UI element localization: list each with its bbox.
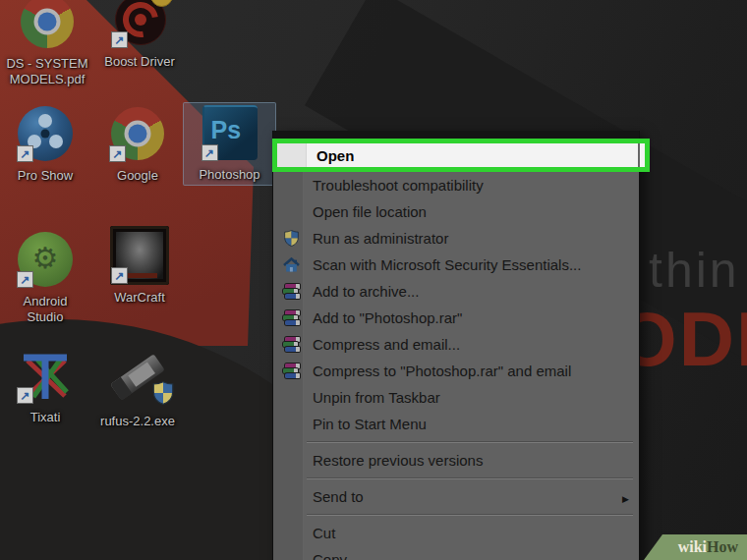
desktop-icon-tixati[interactable]: Tixati: [0, 346, 90, 427]
wikihow-wiki-text: wiki: [678, 538, 707, 556]
icon-label: Android Studio: [24, 294, 68, 326]
ps-glyph: Ps: [211, 116, 242, 144]
menu-item-label: Restore previous versions: [313, 452, 483, 469]
menu-item-open-file-location[interactable]: Open file location: [273, 198, 639, 225]
menu-item-label: Troubleshoot compatibility: [313, 177, 484, 194]
shortcut-arrow-icon: [17, 145, 33, 162]
menu-item-add-to-photoshop-rar[interactable]: Add to "Photoshop.rar": [273, 305, 639, 331]
wikihow-how-text: How: [707, 538, 738, 556]
shortcut-arrow-icon: [111, 31, 128, 48]
menu-item-open-label: Open: [316, 147, 354, 164]
shortcut-arrow-icon: [17, 387, 33, 404]
menu-item-troubleshoot-compatibility[interactable]: Troubleshoot compatibility: [273, 172, 639, 198]
menu-item-label: Unpin from Taskbar: [313, 389, 440, 406]
menu-item-send-to[interactable]: Send to: [273, 483, 639, 510]
menu-item-compress-to-photoshop-rar-and-email[interactable]: Compress to "Photoshop.rar" and email: [273, 358, 639, 384]
chrome-icon: [110, 106, 165, 161]
menu-item-cut[interactable]: Cut: [273, 520, 639, 546]
winrar-books-icon: [283, 310, 300, 326]
desktop-icon-rufus[interactable]: rufus-2.2.exe: [83, 346, 193, 431]
menu-item-label: Compress to "Photoshop.rar" and email: [313, 363, 571, 379]
wallpaper-text-thin: thin: [649, 242, 740, 299]
android-studio-icon: [18, 232, 73, 287]
icon-label: DS - SYSTEM MODELS.pdf: [6, 56, 87, 88]
desktop-icon-warcraft[interactable]: WarCraft: [94, 226, 185, 308]
winrar-books-icon: [283, 284, 300, 300]
menu-item-label: Copy: [313, 551, 347, 560]
menu-item-compress-and-email[interactable]: Compress and email...: [273, 331, 639, 358]
desktop-icon-google[interactable]: Google: [92, 104, 183, 186]
context-menu: Troubleshoot compatibilityOpen file loca…: [272, 131, 640, 560]
icon-label: Tixati: [30, 410, 61, 425]
shortcut-arrow-icon: [17, 271, 33, 288]
menu-item-open-gutter: [277, 143, 307, 167]
context-menu-top-edge: [273, 131, 639, 139]
icon-label: rufus-2.2.exe: [100, 414, 175, 429]
desktop-icon-android-studio[interactable]: Android Studio: [0, 230, 90, 328]
menu-item-label: Send to: [313, 488, 364, 505]
winrar-books-icon: [283, 364, 300, 379]
photoshop-icon: Ps: [202, 105, 258, 160]
menu-item-pin-to-start-menu[interactable]: Pin to Start Menu: [273, 411, 639, 437]
menu-separator: [307, 477, 633, 479]
desktop-icon-photoshop[interactable]: PsPhotoshop: [183, 102, 276, 186]
icon-label: Google: [117, 168, 158, 184]
menu-item-label: Run as administrator: [313, 230, 448, 247]
shortcut-arrow-icon: [109, 145, 126, 162]
film-reel-icon: [18, 106, 73, 161]
menu-item-restore-previous-versions[interactable]: Restore previous versions: [273, 447, 639, 474]
desktop-icon-ds-pdf[interactable]: DS - SYSTEM MODELS.pdf: [2, 0, 92, 90]
desktop-icon-pro-show[interactable]: Pro Show: [0, 104, 90, 186]
menu-item-label: Compress and email...: [313, 336, 460, 353]
menu-item-add-to-archive[interactable]: Add to archive...: [273, 278, 639, 305]
menu-item-label: Scan with Microsoft Security Essentials.…: [313, 256, 581, 273]
menu-separator: [307, 514, 633, 516]
menu-separator: [307, 441, 633, 443]
shortcut-arrow-icon: [201, 144, 218, 161]
menu-item-scan-with-mse[interactable]: Scan with Microsoft Security Essentials.…: [273, 252, 639, 278]
tixati-art: [18, 348, 73, 403]
chrome-icon: [20, 0, 75, 49]
submenu-arrow-icon: [622, 488, 629, 505]
menu-item-copy[interactable]: Copy: [273, 546, 639, 560]
menu-item-unpin-from-taskbar[interactable]: Unpin from Taskbar: [273, 384, 639, 411]
menu-item-label: Add to "Photoshop.rar": [313, 309, 462, 326]
menu-item-run-as-administrator[interactable]: Run as administrator: [273, 225, 639, 252]
menu-item-label: Open file location: [313, 203, 427, 220]
shortcut-arrow-icon: [111, 267, 128, 284]
menu-item-open[interactable]: Open: [272, 139, 650, 172]
icon-label: Pro Show: [18, 168, 73, 184]
menu-item-label: Add to archive...: [313, 283, 419, 300]
desktop-icon-boost-driver[interactable]: 7+Boost Driver: [94, 0, 185, 72]
winrar-books-icon: [283, 337, 300, 353]
icon-label: Boost Driver: [104, 54, 175, 70]
icon-label: WarCraft: [114, 290, 165, 306]
driver-booster-icon: 7+: [112, 0, 167, 47]
icon-label: Photoshop: [199, 167, 259, 183]
uac-shield-icon: [152, 381, 174, 405]
warcraft-icon: [112, 228, 167, 283]
menu-item-label: Pin to Start Menu: [313, 416, 427, 432]
menu-item-label: Cut: [313, 525, 335, 541]
usb-drive-icon: [95, 348, 180, 407]
desktop-screen: thin ODE DS - SYSTEM MODELS.pdf7+Boost D…: [0, 0, 747, 560]
